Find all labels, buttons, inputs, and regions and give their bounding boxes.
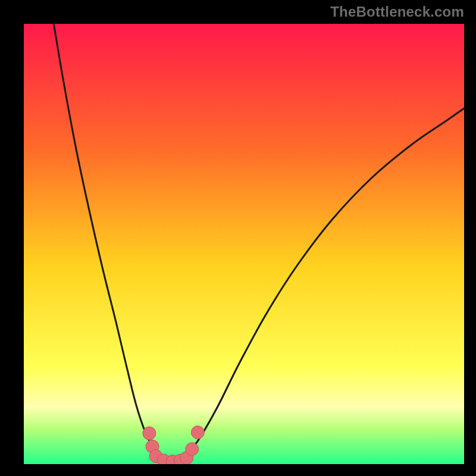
left-curve [54, 24, 162, 460]
trough-marker [143, 427, 156, 440]
outer-frame: TheBottleneck.com [0, 0, 476, 476]
plot-area [24, 24, 464, 464]
watermark-text: TheBottleneck.com [330, 4, 464, 20]
curve-layer [24, 24, 464, 464]
trough-marker [191, 426, 204, 439]
trough-marker [186, 443, 199, 456]
right-curve [187, 108, 464, 455]
trough-marker-group [143, 426, 204, 464]
